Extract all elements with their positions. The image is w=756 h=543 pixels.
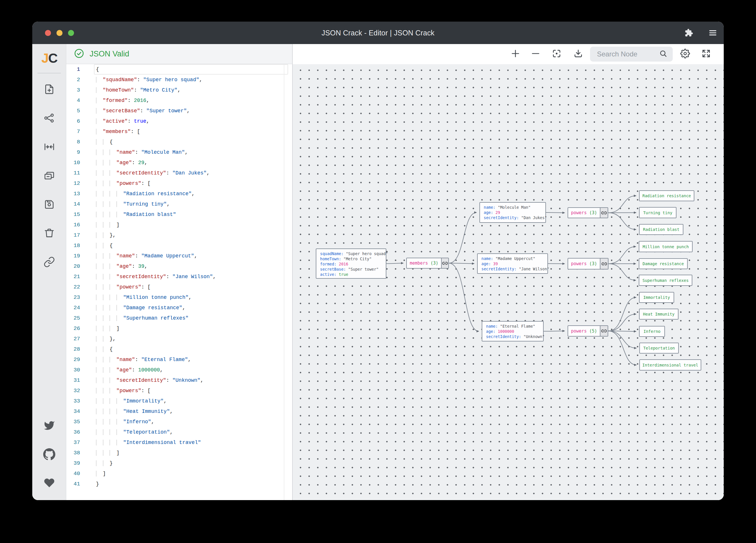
settings-button[interactable] — [678, 47, 692, 61]
line-number: 40 — [66, 468, 80, 479]
graph-node-leaf[interactable]: Radiation blast — [639, 224, 683, 235]
expand-link-icon[interactable] — [600, 208, 608, 218]
copy-button[interactable] — [41, 168, 57, 184]
line-number: 26 — [66, 323, 80, 334]
graph-node-hero2[interactable]: name: "Madame Uppercut"age: 39secretIden… — [477, 254, 548, 274]
line-number: 23 — [66, 292, 80, 302]
jsoncrack-logo[interactable]: JC — [32, 50, 66, 66]
line-number: 34 — [66, 406, 80, 417]
line-number: 10 — [66, 158, 80, 168]
graph-node-leaf[interactable]: Superhuman reflexes — [639, 275, 692, 286]
close-window-button[interactable] — [45, 30, 51, 36]
github-button[interactable] — [41, 446, 57, 462]
minimize-window-button[interactable] — [56, 30, 63, 36]
fullscreen-button[interactable] — [699, 47, 713, 61]
graph-node-leaf[interactable]: Radiation resistance — [639, 190, 694, 201]
line-number: 2 — [66, 75, 80, 85]
editor-line-39: 39 } — [66, 458, 292, 468]
window-title: JSON Crack - Editor | JSON Crack — [322, 29, 434, 37]
line-number: 4 — [66, 95, 80, 106]
sidebar: JC — [32, 44, 66, 500]
editor-line-9: 9 "name": "Molecule Man", — [66, 147, 292, 158]
editor-line-15: 15 "Radiation blast" — [66, 209, 292, 220]
center-view-button[interactable] — [549, 47, 564, 61]
editor-line-14: 14 "Turning tiny", — [66, 199, 292, 209]
graph-node-leaf[interactable]: Immortality — [639, 292, 674, 303]
focus-center-icon — [552, 49, 562, 60]
graph-node-powers-powers3[interactable]: powers(5) — [568, 325, 608, 336]
graph-node-leaf[interactable]: Inferno — [639, 326, 665, 337]
graph-node-members-members[interactable]: members(3) — [406, 258, 449, 269]
graph-node-leaf[interactable]: Teleportation — [639, 342, 679, 353]
editor-line-28: 28 { — [66, 344, 292, 354]
editor-line-3: 3 "homeTown": "Metro City", — [66, 85, 292, 95]
graph-node-root[interactable]: squadName: "Super hero squad"homeTown: "… — [316, 249, 386, 279]
save-button[interactable] — [41, 196, 57, 213]
line-number: 31 — [66, 375, 80, 385]
json-code-editor[interactable]: 1{2 "squadName": "Super hero squad",3 "h… — [66, 64, 292, 500]
line-number: 8 — [66, 137, 80, 147]
share-graph-button[interactable] — [41, 110, 57, 126]
editor-line-38: 38 ] — [66, 448, 292, 458]
new-document-button[interactable] — [41, 81, 57, 97]
line-number: 29 — [66, 354, 80, 365]
download-image-button[interactable] — [571, 47, 585, 61]
expand-link-icon[interactable] — [441, 258, 448, 268]
graph-node-leaf[interactable]: Damage resistance — [639, 258, 688, 269]
graph-node-leaf[interactable]: Interdimensional travel — [639, 359, 701, 370]
editor-line-4: 4 "formed": 2016, — [66, 95, 292, 106]
graph-node-powers-powers2[interactable]: powers(3) — [568, 258, 608, 270]
editor-line-26: 26 ] — [66, 323, 292, 334]
heart-icon — [44, 477, 55, 489]
line-number: 7 — [66, 126, 80, 137]
line-number: 24 — [66, 302, 80, 313]
editor-scrollbar[interactable] — [284, 64, 284, 500]
fullscreen-expand-icon — [701, 49, 711, 60]
share-link-button[interactable] — [41, 254, 57, 270]
expand-link-icon[interactable] — [600, 259, 608, 269]
delete-button[interactable] — [41, 225, 57, 241]
line-number: 15 — [66, 209, 80, 220]
twitter-button[interactable] — [41, 417, 57, 434]
editor-line-12: 12 "powers": [ — [66, 178, 292, 189]
extension-puzzle-icon[interactable] — [685, 29, 693, 37]
new-document-icon — [44, 84, 55, 95]
zoom-out-button[interactable] — [528, 47, 543, 61]
graph-node-leaf[interactable]: Heat Immunity — [639, 308, 678, 319]
graph-node-hero1[interactable]: name: "Molecule Man"age: 29secretIdentit… — [479, 202, 546, 223]
save-floppy-icon — [44, 199, 55, 210]
line-number: 37 — [66, 437, 80, 448]
line-number: 5 — [66, 106, 80, 116]
sponsor-button[interactable] — [41, 475, 57, 491]
graph-node-powers-powers1[interactable]: powers(3) — [568, 207, 608, 218]
editor-line-41: 41} — [66, 479, 292, 489]
search-node-box[interactable] — [590, 47, 673, 62]
editor-line-18: 18 { — [66, 241, 292, 251]
zoom-in-button[interactable] — [508, 47, 523, 61]
graph-node-leaf[interactable]: Turning tiny — [639, 207, 676, 218]
editor-line-24: 24 "Damage resistance", — [66, 302, 292, 313]
zoom-window-button[interactable] — [68, 30, 74, 36]
compress-button[interactable] — [41, 139, 57, 155]
editor-panel: JSON Valid 1{2 "squadName": "Super hero … — [66, 44, 292, 500]
menu-hamburger-icon[interactable] — [708, 28, 717, 37]
share-nodes-icon — [44, 112, 55, 124]
expand-link-icon[interactable] — [600, 326, 608, 336]
editor-line-20: 20 "age": 39, — [66, 261, 292, 272]
line-number: 27 — [66, 334, 80, 344]
app-window: JSON Crack - Editor | JSON Crack JC — [32, 22, 724, 500]
valid-check-icon — [74, 48, 84, 60]
search-node-input[interactable] — [596, 50, 659, 58]
line-number: 1 — [66, 64, 80, 75]
editor-line-27: 27 }, — [66, 334, 292, 344]
editor-line-1: 1{ — [66, 64, 292, 75]
line-number: 6 — [66, 116, 80, 126]
line-number: 12 — [66, 178, 80, 189]
line-number: 28 — [66, 344, 80, 354]
editor-line-10: 10 "age": 29, — [66, 158, 292, 168]
editor-line-7: 7 "members": [ — [66, 126, 292, 137]
graph-node-leaf[interactable]: Million tonne punch — [639, 241, 693, 252]
graph-node-hero3[interactable]: name: "Eternal Flame"age: 1000000secretI… — [482, 321, 544, 341]
line-number: 11 — [66, 168, 80, 178]
line-number: 30 — [66, 365, 80, 375]
